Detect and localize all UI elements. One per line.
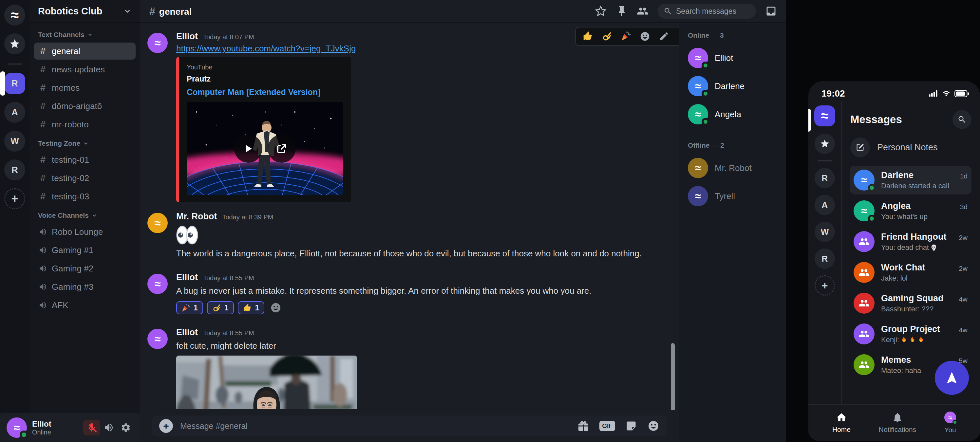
sticker-button[interactable] [625, 420, 637, 432]
play-button[interactable] [234, 135, 262, 163]
message: ≈ Elliot Today at 8:55 PM felt cute, mig… [140, 324, 679, 409]
server-header[interactable]: Robotics Club [29, 0, 140, 23]
settings-button[interactable] [117, 420, 134, 436]
channel-label: mr-roboto [52, 119, 89, 130]
video-thumbnail[interactable] [187, 102, 343, 195]
avatar[interactable]: ≈ [147, 329, 168, 349]
quick-react-ok-hand[interactable] [601, 31, 612, 42]
avatar[interactable]: ≈ [147, 213, 168, 233]
play-icon [242, 143, 254, 154]
mobile-server-a[interactable]: A [815, 195, 835, 215]
gif-picker-button[interactable]: GIF [600, 421, 615, 431]
section-text-channels[interactable]: Text Channels [34, 31, 135, 39]
attachment-image[interactable] [176, 356, 357, 409]
add-server-button[interactable]: + [4, 188, 25, 209]
mobile-favorites-button[interactable] [815, 134, 835, 154]
message-input[interactable] [180, 421, 573, 431]
gift-button[interactable] [577, 420, 590, 432]
member-darlene[interactable]: ≈ Darlene [686, 73, 779, 99]
quick-react-party-popper[interactable] [620, 31, 632, 42]
server-icon-r2[interactable]: R [4, 159, 25, 180]
server-icon-w[interactable]: W [4, 130, 25, 152]
member-angela[interactable]: ≈ Angela [686, 102, 779, 127]
chat-scrollbar[interactable] [671, 343, 675, 411]
mobile-app-home-button[interactable]: ≈ [814, 105, 835, 126]
emoji-picker-button[interactable] [647, 420, 660, 432]
gear-icon [121, 422, 131, 433]
reaction-ok-hand[interactable]: 1 [207, 301, 234, 314]
embed-author[interactable]: Prautz [187, 74, 343, 83]
channel-domo-arigato[interactable]: #dōmo-arigatō [34, 98, 135, 114]
member-elliot[interactable]: ≈ Elliot [686, 45, 779, 71]
channel-testing-03[interactable]: #testing-03 [34, 188, 135, 205]
reaction-thumbs-up[interactable]: 1 [238, 301, 265, 314]
message-author[interactable]: Elliot [176, 272, 198, 283]
section-testing-zone[interactable]: Testing Zone [34, 140, 135, 147]
speaker-icon [39, 301, 47, 309]
attach-file-button[interactable]: + [159, 419, 173, 433]
server-icon-a[interactable]: A [4, 102, 25, 123]
embed-title-link[interactable]: Computer Man [Extended Version] [187, 87, 343, 97]
channel-testing-02[interactable]: #testing-02 [34, 170, 135, 187]
personal-notes-row[interactable]: Personal Notes [850, 138, 972, 157]
chat-row-group-project[interactable]: Group Project Kenji: 4w [850, 320, 972, 348]
channel-general[interactable]: #general [34, 43, 135, 60]
voice-gaming-1[interactable]: Gaming #1 [34, 242, 135, 259]
add-reaction-button[interactable] [270, 302, 282, 313]
quick-react-thumbs-up[interactable] [582, 31, 593, 42]
deafen-button[interactable] [100, 420, 117, 436]
section-voice-channels[interactable]: Voice Channels [34, 211, 135, 219]
search-bar[interactable] [658, 3, 756, 19]
edit-message-button[interactable] [659, 31, 670, 42]
youtube-link[interactable]: https://www.youtube.com/watch?v=jeg_TJvk… [176, 43, 356, 54]
mobile-search-button[interactable] [953, 110, 972, 129]
chat-row-anglea[interactable]: ≈ Anglea You: what’s up 3d [850, 196, 972, 225]
voice-gaming-3[interactable]: Gaming #3 [34, 278, 135, 295]
member-list-button[interactable] [637, 5, 649, 17]
online-status-dot [20, 431, 28, 439]
favorites-button[interactable] [4, 33, 25, 54]
reaction-party-popper[interactable]: 1 [176, 301, 203, 314]
voice-robo-lounge[interactable]: Robo Lounge [34, 223, 135, 240]
chat-row-work-chat[interactable]: Work Chat Jake: lol 2w [850, 258, 972, 287]
mute-mic-button[interactable] [83, 420, 100, 436]
chat-row-gaming-squad[interactable]: Gaming Squad Basshunter: ??? 4w [850, 289, 972, 318]
search-input[interactable] [676, 7, 750, 16]
chat-time: 2w [959, 234, 967, 242]
favorite-channel-button[interactable] [595, 5, 607, 17]
channel-testing-01[interactable]: #testing-01 [34, 151, 135, 168]
voice-gaming-2[interactable]: Gaming #2 [34, 260, 135, 277]
message-author[interactable]: Mr. Robot [176, 211, 217, 222]
inbox-button[interactable] [765, 5, 777, 17]
chat-row-friend-hangout[interactable]: Friend Hangout You: dead chat 2w [850, 227, 972, 256]
channel-memes[interactable]: #memes [34, 79, 135, 96]
nav-notifications[interactable]: Notifications [879, 412, 916, 434]
server-icon-robotics-club[interactable]: R [4, 73, 25, 94]
member-tyrell[interactable]: ≈ Tyrell [686, 183, 779, 209]
message-author[interactable]: Elliot [176, 32, 198, 41]
open-external-button[interactable] [267, 135, 296, 163]
add-reaction-button[interactable] [640, 31, 651, 42]
avatar[interactable]: ≈ [147, 33, 168, 53]
nav-home[interactable]: Home [832, 412, 851, 434]
nav-you[interactable]: ≈ You [944, 412, 956, 434]
member-mr-robot[interactable]: ≈ Mr. Robot [686, 155, 779, 181]
member-list: Online — 3 ≈ Elliot ≈ Darlene ≈ Angela O… [679, 24, 786, 442]
app-home-button[interactable]: ≈ [4, 5, 25, 25]
mobile-server-r2[interactable]: R [815, 248, 835, 269]
nav-label: Home [832, 426, 851, 434]
chat-row-darlene[interactable]: ≈ Darlene Darlene started a call 1d [850, 166, 972, 194]
channel-news-updates[interactable]: #news-updates [34, 61, 135, 78]
channel-mr-roboto[interactable]: #mr-roboto [34, 116, 135, 133]
pinned-messages-button[interactable] [616, 5, 628, 17]
message-author[interactable]: Elliot [176, 328, 198, 337]
new-message-fab[interactable] [935, 361, 969, 395]
voice-afk[interactable]: AFK [34, 297, 135, 314]
mobile-server-w[interactable]: W [815, 222, 835, 242]
active-server-indicator [0, 72, 5, 95]
mobile-add-server-button[interactable]: + [815, 275, 835, 296]
self-avatar[interactable]: ≈ [6, 417, 27, 438]
avatar[interactable]: ≈ [147, 274, 168, 294]
app-wave-logo-icon: ≈ [821, 108, 828, 124]
mobile-server-r[interactable]: R [815, 168, 835, 188]
